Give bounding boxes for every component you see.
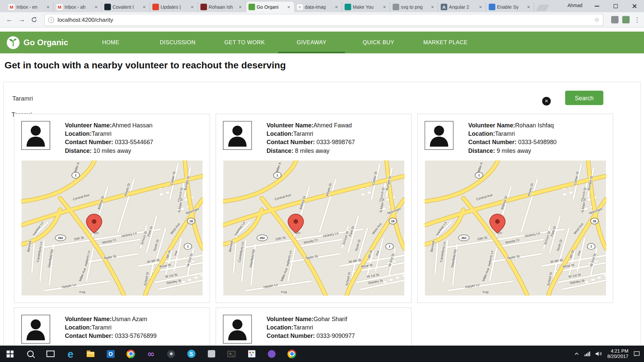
browser-tab[interactable]: Go Organi <box>246 2 294 12</box>
start-icon[interactable] <box>0 346 20 362</box>
map-image[interactable]: Miller ACentral AveBilbrey StKeyes StCot… <box>223 161 405 296</box>
tab-favicon-icon <box>104 4 111 10</box>
profile-chip[interactable]: Ahmad <box>568 3 583 8</box>
nav-item[interactable]: GET TO WORK <box>211 32 278 53</box>
browser-tab[interactable]: M Inbox - ah <box>54 2 102 12</box>
bookmark-star-icon[interactable] <box>594 16 599 23</box>
terminal-icon[interactable] <box>221 346 241 362</box>
volunteer-name-line: Volunteer Name:Gohar Sharif <box>267 315 355 323</box>
close-button[interactable] <box>625 0 644 12</box>
action-center-icon[interactable] <box>634 351 640 357</box>
light-app-icon[interactable] <box>201 346 221 362</box>
volunteer-name-label: Volunteer Name: <box>65 122 112 129</box>
edge-icon[interactable] <box>60 346 80 362</box>
contact-line: Contact Number:0333-9898767 <box>267 138 355 146</box>
purple-app-icon[interactable] <box>262 346 282 362</box>
tab-title: Inbox - ah <box>64 4 92 9</box>
browser-tab[interactable]: A Angular 2 <box>438 2 486 12</box>
browser-tab[interactable]: M Inbox - en <box>6 2 54 12</box>
dev-app-icon[interactable] <box>241 346 262 362</box>
new-tab-button[interactable] <box>536 4 549 11</box>
nav-item-label: GIVEAWAY <box>297 40 326 46</box>
tab-close-icon[interactable] <box>478 4 483 10</box>
map[interactable]: Miller ACentral AveBilbrey StKeyes StCot… <box>425 161 606 296</box>
tab-close-icon[interactable] <box>237 4 243 10</box>
map[interactable]: Miller ACentral AveBilbrey StKeyes StCot… <box>21 161 203 296</box>
chrome-icon[interactable] <box>121 346 141 362</box>
browser-menu-icon[interactable] <box>633 16 641 23</box>
extension-icon-2[interactable] <box>622 16 630 23</box>
location-line: Location:Taramri <box>65 129 153 138</box>
tab-close-icon[interactable] <box>382 4 387 10</box>
nav-item[interactable]: DISCUSSION <box>144 32 211 53</box>
leaf-logo-icon <box>7 35 20 50</box>
distance-value: 9 miles away <box>497 147 531 154</box>
distance-label: Distance: <box>267 147 293 154</box>
search-input[interactable] <box>11 95 465 102</box>
browser-tab[interactable]: Enable Sy <box>486 2 534 12</box>
refresh-button[interactable] <box>28 13 40 26</box>
tab-close-icon[interactable] <box>526 4 531 10</box>
svg-text:1: 1 <box>75 174 76 177</box>
tray-chevron-up-icon[interactable] <box>574 352 579 356</box>
map-image[interactable]: Miller ACentral AveBilbrey StKeyes StCot… <box>425 161 606 296</box>
nav-item[interactable]: MARKET PLACE <box>412 32 479 53</box>
maximize-button[interactable] <box>606 0 625 12</box>
tab-close-icon[interactable] <box>93 4 99 10</box>
chrome-2-icon[interactable] <box>282 346 302 362</box>
volunteer-name-line: Volunteer Name:Rohaan Ishfaq <box>468 121 556 129</box>
tab-close-icon[interactable] <box>286 4 291 10</box>
file-explorer-icon[interactable] <box>80 346 101 362</box>
browser-tab[interactable]: ≡ data-imag <box>294 2 342 12</box>
search-bar: Taramri Search <box>4 82 640 114</box>
map[interactable]: Miller ACentral AveBilbrey StKeyes StCot… <box>223 161 404 296</box>
volunteer-name: Gohar Sharif <box>313 316 347 322</box>
tab-favicon-icon: ≡ <box>297 4 303 10</box>
minimize-button[interactable] <box>587 0 606 12</box>
extension-icon[interactable] <box>611 16 619 23</box>
browser-tab[interactable]: Make You <box>342 2 390 12</box>
nav-item[interactable]: HOME <box>77 32 144 53</box>
nav-item[interactable]: QUICK BUY <box>345 32 412 53</box>
clear-search-icon[interactable] <box>542 97 551 106</box>
page-info-icon[interactable] <box>48 17 54 23</box>
person-silhouette-icon <box>22 121 50 149</box>
tab-close-icon[interactable] <box>333 4 339 10</box>
skype-icon[interactable] <box>181 346 201 362</box>
location-line: Location:Taramri <box>468 129 556 138</box>
network-icon[interactable] <box>584 351 590 356</box>
location-line: Location:Taramri <box>65 323 156 331</box>
system-tray: 4:21 PM 8/20/2017 <box>574 349 644 359</box>
nav-item[interactable]: GIVEAWAY <box>278 32 345 53</box>
search-button[interactable]: Search <box>565 91 603 105</box>
outlook-icon[interactable] <box>101 346 121 362</box>
tab-close-icon[interactable] <box>430 4 435 10</box>
search-icon[interactable] <box>20 346 40 362</box>
tab-close-icon[interactable] <box>45 4 51 10</box>
forward-button[interactable] <box>16 13 28 26</box>
tab-favicon-icon <box>249 4 255 10</box>
volunteer-name-label: Volunteer Name: <box>65 316 112 322</box>
tab-title: svg to png <box>401 4 428 9</box>
contact-value: 0333-5498980 <box>518 139 557 145</box>
taskbar-clock[interactable]: 4:21 PM 8/20/2017 <box>607 349 629 359</box>
brand-name: Go Organic <box>23 38 68 47</box>
browser-tab[interactable]: svg to png <box>390 2 438 12</box>
brand[interactable]: Go Organic <box>0 35 68 50</box>
task-view-icon[interactable] <box>40 346 60 362</box>
visual-studio-icon[interactable] <box>141 346 161 362</box>
browser-tab[interactable]: Rohaan Ish <box>198 2 246 12</box>
volunteer-name-line: Volunteer Name:Ahmed Hassan <box>65 121 153 129</box>
address-bar[interactable]: localhost:4200/charity <box>44 14 603 26</box>
browser-tab[interactable]: Covalent I <box>102 2 150 12</box>
tab-close-icon[interactable] <box>189 4 195 10</box>
tab-favicon-icon <box>344 4 351 10</box>
browser-tab[interactable]: Updates | <box>150 2 198 12</box>
results-panel: Taramri Search Volunteer Name:Ahmed Hass… <box>3 82 641 362</box>
back-button[interactable] <box>3 13 16 26</box>
volume-icon[interactable] <box>595 351 602 356</box>
dark-app-icon[interactable] <box>161 346 181 362</box>
map-image[interactable]: Miller ACentral AveBilbrey StKeyes StCot… <box>21 161 203 296</box>
url-text[interactable]: localhost:4200/charity <box>57 16 113 23</box>
tab-close-icon[interactable] <box>141 4 147 10</box>
